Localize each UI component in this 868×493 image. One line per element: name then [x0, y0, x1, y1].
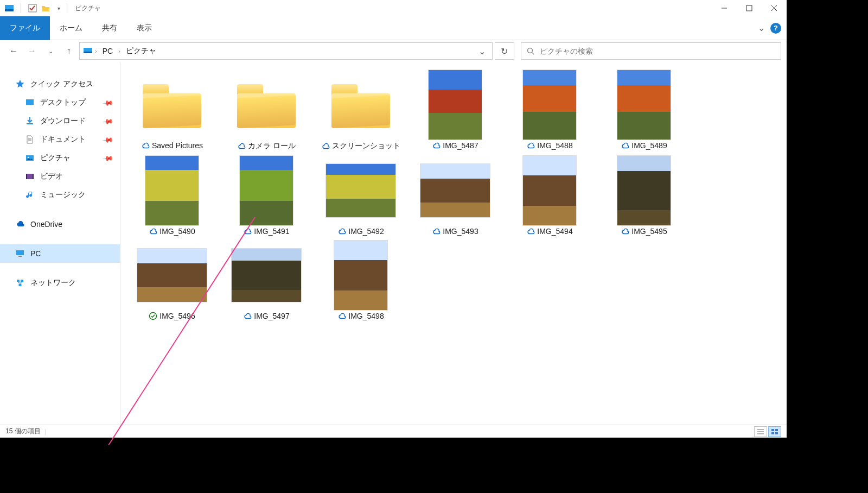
view-details-button[interactable] [754, 426, 767, 437]
qat-dropdown-icon[interactable]: ▾ [54, 3, 63, 13]
cloud-icon [621, 141, 629, 150]
item-label-row: Saved Pictures [141, 141, 203, 150]
thumbnail [326, 240, 396, 311]
up-button[interactable]: ↑ [61, 43, 77, 59]
svg-rect-28 [771, 432, 774, 434]
nav-label: OneDrive [30, 220, 62, 229]
thumbnail [609, 155, 679, 226]
thumbnail [137, 69, 207, 140]
image-item[interactable]: IMG_5497 [222, 240, 310, 320]
star-icon [15, 79, 25, 89]
nav-pc[interactable]: PC [0, 244, 120, 263]
image-item[interactable]: IMG_5495 [600, 155, 688, 236]
item-name: IMG_5497 [254, 312, 289, 320]
help-button[interactable]: ? [770, 23, 781, 34]
nav-pictures[interactable]: ピクチャ 📌 [0, 149, 120, 167]
thumbnail [231, 69, 302, 140]
cloud-icon [237, 142, 246, 150]
nav-quick-access[interactable]: クイック アクセス [0, 75, 120, 93]
navigation-pane: クイック アクセス デスクトップ 📌 ダウンロード 📌 ドキュメント 📌 ピクチ… [0, 62, 120, 425]
folder-item[interactable]: カメラ ロール [222, 69, 310, 151]
chevron-right-icon[interactable]: › [117, 48, 122, 54]
nav-music[interactable]: ミュージック [0, 186, 120, 204]
maximize-button[interactable] [737, 0, 762, 16]
cloud-icon [526, 141, 535, 150]
tab-file[interactable]: ファイル [0, 16, 50, 40]
recent-locations-button[interactable]: ⌄ [42, 43, 59, 59]
image-item[interactable]: IMG_5490 [128, 155, 216, 236]
svg-rect-11 [26, 99, 34, 105]
address-bar[interactable]: › PC › ピクチャ ⌄ [79, 42, 493, 60]
search-input[interactable] [540, 47, 775, 55]
cloud-icon [526, 227, 535, 236]
cloud-icon [243, 312, 252, 320]
tab-share[interactable]: 共有 [92, 16, 127, 40]
item-name: IMG_5493 [443, 227, 478, 236]
cloud-icon [337, 312, 346, 320]
folder-item[interactable]: Saved Pictures [128, 69, 216, 151]
cloud-icon [432, 227, 441, 236]
svg-rect-27 [775, 429, 778, 431]
thumbnail [137, 240, 207, 311]
svg-point-13 [28, 157, 29, 159]
back-button[interactable]: ← [5, 43, 22, 59]
nav-desktop[interactable]: デスクトップ 📌 [0, 93, 120, 112]
item-grid: Saved Picturesカメラ ロールスクリーンショットIMG_5487IM… [128, 69, 779, 320]
view-thumbnails-button[interactable] [768, 426, 781, 437]
image-item[interactable]: IMG_5493 [411, 155, 499, 236]
tab-view-label: 表示 [137, 23, 152, 33]
nav-label: ネットワーク [30, 278, 76, 288]
forward-button[interactable]: → [24, 43, 40, 59]
nav-documents[interactable]: ドキュメント 📌 [0, 130, 120, 149]
window-title: ピクチャ [75, 4, 101, 13]
item-label-row: カメラ ロール [237, 141, 296, 151]
image-item[interactable]: IMG_5488 [506, 69, 593, 151]
image-item[interactable]: IMG_5496 [128, 240, 216, 320]
image-item[interactable]: IMG_5491 [222, 155, 310, 236]
download-icon [25, 116, 35, 126]
cloud-icon [337, 227, 346, 236]
pin-icon: 📌 [102, 152, 114, 164]
tab-view[interactable]: 表示 [127, 16, 162, 40]
image-item[interactable]: IMG_5494 [506, 155, 593, 236]
nav-videos[interactable]: ビデオ [0, 167, 120, 186]
item-label-row: IMG_5497 [243, 312, 289, 320]
tab-home-label: ホーム [60, 23, 82, 33]
minimize-button[interactable] [712, 0, 737, 16]
folder-item[interactable]: スクリーンショット [317, 69, 405, 151]
nav-network[interactable]: ネットワーク [0, 274, 120, 292]
cloud-icon [621, 227, 629, 236]
breadcrumb-pc[interactable]: PC [99, 46, 116, 56]
cloud-icon [141, 141, 150, 150]
image-item[interactable]: IMG_5489 [600, 69, 688, 151]
svg-rect-29 [775, 432, 778, 434]
item-label-row: IMG_5492 [337, 227, 384, 236]
nav-downloads[interactable]: ダウンロード 📌 [0, 112, 120, 130]
music-icon [25, 190, 35, 200]
chevron-right-icon[interactable]: › [94, 48, 98, 54]
tab-home[interactable]: ホーム [50, 16, 92, 40]
svg-rect-26 [771, 429, 774, 431]
image-item[interactable]: IMG_5492 [317, 155, 405, 236]
item-label-row: IMG_5495 [621, 227, 667, 236]
ribbon-expand-icon[interactable]: ⌄ [758, 23, 765, 33]
close-button[interactable] [762, 0, 787, 16]
refresh-button[interactable]: ↻ [495, 42, 514, 60]
svg-rect-14 [26, 174, 34, 179]
item-name: IMG_5490 [159, 227, 195, 236]
checkbox-icon[interactable] [28, 3, 37, 13]
item-name: Saved Pictures [152, 141, 203, 150]
address-dropdown-icon[interactable]: ⌄ [475, 46, 489, 56]
pictures-icon [25, 153, 35, 163]
search-box[interactable] [521, 42, 781, 60]
pin-icon: 📌 [102, 134, 114, 146]
explorer-window: ▾ ピクチャ ファイル ホーム 共有 表示 ⌄ ? ← → ⌄ ↑ › PC › [0, 0, 787, 438]
image-item[interactable]: IMG_5498 [317, 240, 405, 320]
breadcrumb-folder[interactable]: ピクチャ [123, 45, 159, 57]
nav-label: ドキュメント [40, 135, 86, 144]
quick-access-toolbar: ▾ [0, 3, 63, 13]
nav-onedrive[interactable]: OneDrive [0, 215, 120, 233]
image-item[interactable]: IMG_5487 [411, 69, 499, 151]
folder-qat-icon[interactable] [41, 3, 50, 13]
thumbnail [326, 69, 396, 140]
